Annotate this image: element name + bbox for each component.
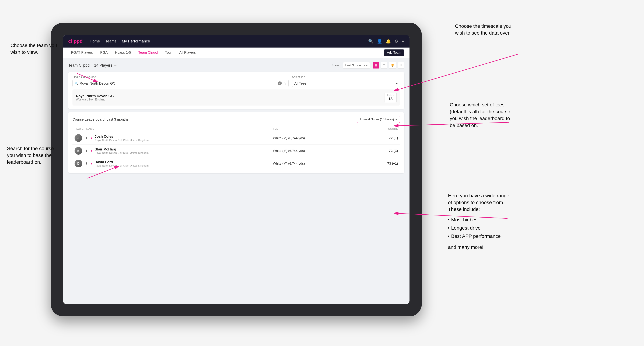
player-club: Royal North Devon Golf Club, United King… [95,151,148,154]
tab-team-clippd[interactable]: Team Clippd [136,49,160,56]
annotation-team-view: Choose the team youwish to view. [10,42,57,56]
annotation-timescale: Choose the timescale youwish to see the … [455,23,511,36]
settings-icon[interactable]: ⚙ [394,39,398,44]
subnav-tabs: PGAT Players PGA Hcaps 1-5 Team Clippd T… [68,49,198,56]
trophy-view-button[interactable]: 🏆 [389,62,396,68]
team-name: Team Clippd [68,63,90,68]
main-content: Team Clippd | 14 Players ✏ Show: Last 3 … [63,58,410,304]
tab-hcaps[interactable]: Hcaps 1-5 [112,49,134,56]
player-rank: 1 [84,136,88,140]
list-item: Longest drive [448,224,509,232]
score-cell: 73 (+1) [362,157,400,170]
chevron-down-icon: ▾ [396,81,398,85]
tab-all-players[interactable]: All Players [176,49,198,56]
player-info: David Ford Royal North Devon Golf Club, … [95,160,148,167]
table-row: B 1 ♥ Blair McHarg Royal North Devon Gol… [72,145,400,157]
course-result: Royal North Devon GC Westward Ho!, Engla… [72,89,400,106]
show-value: Last 3 months [345,64,365,67]
heart-icon[interactable]: ♥ [91,149,92,153]
course-location: Westward Ho!, England [76,98,114,101]
course-info: Royal North Devon GC Westward Ho!, Engla… [76,94,114,101]
table-row: D 3 ♥ David Ford Royal North Devon Golf … [72,157,400,170]
col-tee: TEE [271,126,362,132]
player-rank: 1 [84,149,88,153]
player-rank: 3 [84,162,88,166]
tee-cell: White (M) (6,744 yds) [271,132,362,145]
score-cell: 72 (E) [362,132,400,145]
show-label: Show: [332,64,340,67]
list-item: Best APP performance [448,232,509,240]
tablet-frame: clippd Home Teams My Performance 🔍 👤 🔔 ⚙… [51,23,422,316]
leaderboard-title: Course Leaderboard, Last 3 months [72,117,128,121]
nav-my-performance[interactable]: My Performance [122,39,150,43]
and-more-text: and many more! [448,244,509,251]
heart-icon[interactable]: ♥ [91,162,92,166]
search-row: Find a Golf Course 🔍 ✕ ☆ Select Tee All … [72,75,400,87]
player-cell-2: D 3 ♥ David Ford Royal North Devon Golf … [72,157,271,170]
tab-pgat-players[interactable]: PGAT Players [68,49,96,56]
search-input[interactable] [80,81,276,85]
add-team-button[interactable]: Add Team [384,49,404,56]
heart-icon[interactable]: ♥ [91,136,92,140]
score-cell: 72 (E) [362,145,400,157]
list-item: Most birdies [448,216,509,224]
nav-teams[interactable]: Teams [105,39,116,43]
bell-icon[interactable]: 🔔 [386,39,391,44]
annotation-tees: Choose which set of tees(default is all)… [450,101,510,129]
annotation-options: Here you have a wide rangeof options to … [448,192,509,251]
download-button[interactable]: ⬇ [398,62,404,68]
team-title: Team Clippd | 14 Players ✏ [68,63,117,68]
brand-logo: clippd [68,38,82,44]
tab-tour[interactable]: Tour [162,49,175,56]
tablet-screen: clippd Home Teams My Performance 🔍 👤 🔔 ⚙… [63,35,410,304]
player-cell-1: B 1 ♥ Blair McHarg Royal North Devon Gol… [72,145,271,157]
tee-cell: White (M) (6,744 yds) [271,157,362,170]
find-course-label: Find a Golf Course [72,75,288,79]
star-icon[interactable]: ☆ [283,81,286,85]
leaderboard-header: Course Leaderboard, Last 3 months Lowest… [72,116,400,123]
show-controls: Show: Last 3 months ▾ ⊞ ☰ 🏆 ⬇ [332,62,404,68]
leaderboard-subtitle: Last 3 months [106,117,128,121]
tee-select-dropdown[interactable]: All Tees ▾ [292,80,400,87]
show-dropdown[interactable]: Last 3 months ▾ [343,62,370,68]
user-icon[interactable]: 👤 [377,39,382,44]
tee-cell: White (M) (6,744 yds) [271,145,362,157]
pipe-separator: | [91,63,92,68]
score-type-value: Lowest Score (18 holes) [360,118,394,121]
col-score: SCORE [362,126,400,132]
select-tee-label: Select Tee [292,75,400,79]
avatar-icon[interactable]: ● [402,39,404,44]
search-icon: 🔍 [75,82,78,85]
list-view-button[interactable]: ☰ [380,62,387,68]
player-club: Royal North Devon Golf Club, United King… [95,164,148,167]
holes-label: Holes [387,94,394,97]
search-card: Find a Golf Course 🔍 ✕ ☆ Select Tee All … [68,72,404,109]
grid-view-button[interactable]: ⊞ [373,62,379,68]
col-player: PLAYER NAME [72,126,271,132]
player-club: Royal North Devon Golf Club, United King… [95,139,148,142]
navbar: clippd Home Teams My Performance 🔍 👤 🔔 ⚙… [63,35,410,47]
tab-pga[interactable]: PGA [98,49,110,56]
bullet-dot [448,236,450,237]
course-name: Royal North Devon GC [76,94,114,98]
leaderboard-card: Course Leaderboard, Last 3 months Lowest… [68,112,404,173]
view-icons: ⊞ ☰ 🏆 ⬇ [373,62,404,68]
edit-icon[interactable]: ✏ [114,63,117,67]
search-icon[interactable]: 🔍 [368,39,374,44]
player-avatar: B [74,147,82,155]
nav-home[interactable]: Home [90,39,100,43]
bullet-dot [448,219,450,220]
chevron-down-icon: ▾ [395,117,397,121]
score-type-dropdown[interactable]: Lowest Score (18 holes) ▾ [357,116,400,123]
navbar-icons: 🔍 👤 🔔 ⚙ ● [368,39,404,44]
find-course-col: Find a Golf Course 🔍 ✕ ☆ [72,75,288,87]
player-avatar: J [74,134,82,142]
holes-badge: Holes 18 [384,92,396,103]
leaderboard-title-text: Course Leaderboard, [72,117,106,121]
subnav: PGAT Players PGA Hcaps 1-5 Team Clippd T… [63,47,410,58]
select-tee-col: Select Tee All Tees ▾ [292,75,400,87]
holes-number: 18 [387,97,394,101]
team-header: Team Clippd | 14 Players ✏ Show: Last 3 … [68,62,404,68]
chevron-down-icon: ▾ [366,63,368,67]
search-clear-button[interactable]: ✕ [278,81,282,85]
